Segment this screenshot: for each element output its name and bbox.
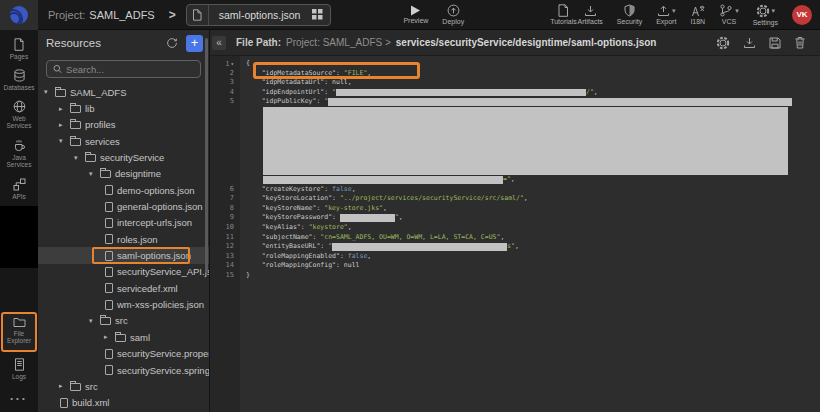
file-icon bbox=[105, 185, 113, 195]
rail-item-apis[interactable]: APIs bbox=[1, 178, 37, 204]
folder-icon bbox=[100, 170, 111, 178]
file-icon bbox=[105, 202, 113, 212]
tutorials-button[interactable]: Tutorials bbox=[550, 0, 577, 30]
tree-item-lib[interactable]: ▸lib bbox=[38, 100, 209, 116]
code-text: "keyStorePassword" bbox=[246, 213, 332, 223]
redacted-rail-section bbox=[0, 206, 38, 268]
line-number: 12 bbox=[210, 242, 234, 252]
tree-item-designtime[interactable]: ▾designtime bbox=[38, 166, 209, 182]
code-line: 12 "entityBaseURL": "s", bbox=[210, 242, 820, 252]
rail-item-databases[interactable]: Databases bbox=[1, 69, 37, 95]
line-number: 11 bbox=[210, 233, 234, 243]
search-box[interactable] bbox=[46, 60, 201, 78]
chevron-down-icon[interactable]: ▾ bbox=[74, 154, 85, 162]
tree-item-general-options.json[interactable]: general-options.json bbox=[38, 198, 209, 214]
rail-item-pages[interactable]: Pages bbox=[1, 38, 37, 64]
tree-item-services[interactable]: ▾services bbox=[38, 133, 209, 149]
tree-item-profiles[interactable]: ▸profiles bbox=[38, 117, 209, 133]
save-icon[interactable] bbox=[769, 37, 781, 49]
preview-button[interactable]: Preview bbox=[403, 0, 428, 30]
shield-icon bbox=[623, 4, 636, 17]
code-text: : bbox=[316, 97, 324, 107]
vcs-button[interactable]: ▾ VCS bbox=[719, 0, 739, 30]
chevron-down-icon[interactable]: ▾ bbox=[89, 170, 100, 178]
artifacts-button[interactable]: Artifacts bbox=[578, 0, 603, 30]
code-text: , bbox=[500, 233, 504, 243]
left-navigation-rail: Pages Databases Web Services Java Servic… bbox=[0, 30, 38, 412]
chevron-right-icon[interactable]: ▸ bbox=[59, 382, 70, 390]
line-number bbox=[210, 175, 234, 185]
settings-button[interactable]: ▾ Settings bbox=[753, 0, 778, 30]
code-text: , bbox=[511, 175, 515, 185]
redacted-text bbox=[263, 176, 503, 184]
vcs-label: VCS bbox=[722, 18, 736, 25]
search-input[interactable] bbox=[66, 64, 194, 75]
file-icon bbox=[105, 349, 113, 359]
app-logo-cell[interactable] bbox=[0, 0, 38, 30]
tree-item-src[interactable]: ▸src bbox=[38, 378, 209, 394]
tree-item-intercept-urls.json[interactable]: intercept-urls.json bbox=[38, 215, 209, 231]
add-resource-button[interactable]: + bbox=[186, 35, 203, 52]
code-line-content: "subjectName": "cn=SAML_ADFS, OU=WM, O=W… bbox=[234, 233, 820, 243]
chevron-right-icon[interactable]: ▸ bbox=[104, 333, 115, 341]
chevron-down-icon[interactable]: ▾ bbox=[44, 88, 55, 96]
globe-icon bbox=[13, 100, 26, 113]
file-icon bbox=[105, 300, 113, 310]
tree-item-SAML_ADFS[interactable]: ▾SAML_ADFS bbox=[38, 84, 209, 100]
editor-settings-gear-icon[interactable] bbox=[716, 36, 730, 50]
rail-item-logs[interactable]: Logs bbox=[1, 358, 37, 386]
code-text: "../project/services/securityService/src… bbox=[340, 194, 524, 204]
download-file-icon[interactable] bbox=[743, 37, 756, 49]
rail-item-java-services[interactable]: Java Services bbox=[1, 139, 37, 173]
tree-item-src[interactable]: ▾src bbox=[38, 313, 209, 329]
editor-header: « File Path: Project: SAML_ADFS > servic… bbox=[210, 30, 820, 56]
deploy-button[interactable]: Deploy bbox=[442, 0, 464, 30]
tree-item-securityService.properties[interactable]: securityService.properties bbox=[38, 346, 209, 362]
chevron-down-icon[interactable]: ▾ bbox=[59, 137, 70, 145]
chevron-right-icon[interactable]: ▸ bbox=[59, 121, 70, 129]
tree-item-build.xml[interactable]: build.xml bbox=[38, 395, 209, 411]
security-button[interactable]: Security bbox=[617, 0, 642, 30]
code-text: "roleMappingEnabled" bbox=[246, 252, 340, 262]
code-text: : bbox=[316, 204, 324, 214]
breadcrumb-chevron-icon[interactable]: > bbox=[169, 8, 176, 22]
tab-file-name: saml-options.json bbox=[209, 9, 311, 21]
grid-icon[interactable] bbox=[310, 9, 330, 20]
file-icon bbox=[60, 398, 68, 408]
tree-item-saml-options.json[interactable]: saml-options.json bbox=[38, 247, 209, 263]
rail-item-web-services[interactable]: Web Services bbox=[1, 100, 37, 134]
tree-item-roles.json[interactable]: roles.json bbox=[38, 231, 209, 247]
tree-item-saml[interactable]: ▸saml bbox=[38, 329, 209, 345]
rail-label: Pages bbox=[10, 53, 28, 60]
tree-item-securityService_API.json[interactable]: securityService_API.json bbox=[38, 264, 209, 280]
tree-scrollbar[interactable] bbox=[205, 38, 208, 273]
tree-item-label: securityService_API.json bbox=[117, 266, 209, 277]
delete-trash-icon[interactable] bbox=[794, 36, 806, 49]
resources-panel: Resources + ▾SAML_ADFS▸lib▸profiles▾serv… bbox=[38, 30, 210, 412]
code-text: "cn=SAML_ADFS, OU=WM, O=WM, L=LA, ST=CA,… bbox=[320, 233, 500, 243]
refresh-icon[interactable] bbox=[166, 37, 178, 49]
tree-item-securityService.spring.xml[interactable]: securityService.spring.xml bbox=[38, 362, 209, 378]
code-text: : bbox=[324, 185, 332, 195]
i18n-button[interactable]: I18N bbox=[690, 0, 705, 30]
export-button[interactable]: ▾ Export bbox=[656, 0, 676, 30]
chevron-right-icon[interactable]: ▸ bbox=[59, 105, 70, 113]
rail-overflow-dots[interactable]: ••• bbox=[10, 394, 27, 403]
code-text: "subjectName" bbox=[246, 233, 313, 243]
code-editor[interactable]: 1▾{2 "idpMetadataSource": "FILE",3 "idpM… bbox=[210, 56, 820, 412]
collapse-panel-icon[interactable]: « bbox=[212, 36, 226, 50]
pages-icon bbox=[13, 38, 25, 51]
coffee-icon bbox=[13, 139, 26, 152]
rail-item-file-explorer[interactable]: File Explorer bbox=[1, 312, 37, 352]
tree-item-servicedef.xml[interactable]: servicedef.xml bbox=[38, 280, 209, 296]
code-text: } bbox=[246, 271, 250, 281]
code-lines: 1▾{2 "idpMetadataSource": "FILE",3 "idpM… bbox=[210, 59, 820, 281]
chevron-down-icon[interactable]: ▾ bbox=[89, 317, 100, 325]
user-avatar[interactable]: VK bbox=[792, 5, 812, 25]
line-number: 3 bbox=[210, 78, 234, 88]
tutorials-icon bbox=[557, 4, 569, 17]
tree-item-demo-options.json[interactable]: demo-options.json bbox=[38, 182, 209, 198]
open-file-tab[interactable]: saml-options.json bbox=[186, 4, 332, 26]
tree-item-wm-xss-policies.json[interactable]: wm-xss-policies.json bbox=[38, 296, 209, 312]
tree-item-securityService[interactable]: ▾securityService bbox=[38, 149, 209, 165]
